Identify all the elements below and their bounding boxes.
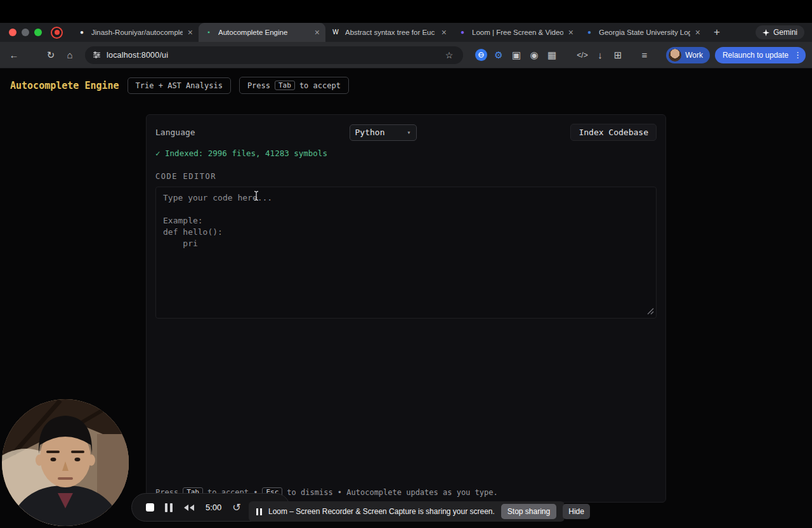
sidebar-list-icon[interactable]: ≡ [636,46,653,64]
browser-toolbar: ← ↻ ⌂ localhost:8000/ui ☆ ⚙ ▣ ◉ ▦ </> ↓ … [0,42,812,69]
tab-close-icon[interactable]: × [568,28,573,37]
placeholder-line: Type your code here... [163,192,649,204]
gsu-favicon-icon: ● [585,28,594,37]
tab-close-icon[interactable]: × [442,28,447,37]
home-icon[interactable]: ⌂ [61,46,79,64]
tab-loom[interactable]: ● Loom | Free Screen & Video × [452,23,579,42]
extension-image-icon[interactable]: ▣ [508,46,525,64]
screen-share-bar: Loom – Screen Recorder & Screen Capture … [249,501,565,522]
hint-post: to dismiss • Autocomplete updates as you… [287,488,497,497]
macos-menubar [0,0,812,23]
extension-grid-icon[interactable]: ▦ [543,46,561,64]
restart-recording-icon[interactable]: ↺ [232,501,240,513]
analysis-badge: Trie + AST Analysis [128,77,231,94]
hide-button[interactable]: Hide [563,504,590,519]
text-cursor-icon [252,190,260,203]
window-close-button[interactable] [9,29,16,36]
page-header: Autocomplete Engine Trie + AST Analysis … [0,69,812,94]
textarea-resize-handle[interactable] [647,307,654,317]
extension-gear-icon[interactable]: ⚙ [490,46,508,64]
gemini-label: Gemini [773,28,797,37]
extensions-puzzle-icon[interactable]: ⊞ [609,46,627,64]
code-editor-label: CODE EDITOR [155,172,657,181]
toolbar-right-cluster: Work Relaunch to update ⋮ [666,47,806,63]
profile-avatar [669,49,681,62]
wikipedia-favicon-icon: W [331,28,340,37]
placeholder-line [163,204,649,215]
extension-globe-icon[interactable] [472,46,490,64]
tab-jinash-rouniyar[interactable]: ● Jinash-Rouniyar/autocomple × [72,23,199,42]
rewind-icon[interactable] [183,504,195,512]
downloads-icon[interactable]: ↓ [591,46,609,64]
back-icon[interactable]: ← [5,46,23,64]
code-editor-textarea[interactable]: Type your code here... Example: def hell… [155,187,657,319]
chevron-down-icon: ▾ [407,129,410,136]
screen: ● Jinash-Rouniyar/autocomple × ▪ Autocom… [0,0,812,528]
analysis-badge-label: Trie + AST Analysis [136,81,223,90]
stop-sharing-button[interactable]: Stop sharing [501,504,556,519]
tab-close-icon[interactable]: × [188,28,193,37]
pause-recording-icon[interactable] [165,503,173,512]
reload-icon[interactable]: ↻ [42,46,60,64]
index-status: ✓ Indexed: 2996 files, 41283 symbols [155,148,657,158]
main-panel: Language Python ▾ Index Codebase ✓ Index… [146,114,666,503]
extension-camera-icon[interactable]: ◉ [525,46,543,64]
app-favicon-icon: ▪ [204,28,213,37]
window-controls [9,29,42,36]
devtools-icon[interactable]: </> [573,46,591,64]
placeholder-line: Example: [163,215,649,227]
loom-recording-badge-icon[interactable] [51,27,63,39]
accept-hint-pre: Press [247,81,270,90]
tabs: ● Jinash-Rouniyar/autocomple × ▪ Autocom… [72,23,706,42]
sparkle-icon [763,29,769,36]
accept-hint-post: to accept [299,81,341,90]
browser-tab-strip: ● Jinash-Rouniyar/autocomple × ▪ Autocom… [0,23,812,42]
relaunch-label: Relaunch to update [723,51,789,60]
tab-autocomplete-engine[interactable]: ▪ Autocomplete Engine × [199,23,325,42]
window-minimize-button[interactable] [22,29,29,36]
language-row: Language Python ▾ Index Codebase [155,124,657,141]
share-pause-icon [256,508,262,515]
window-zoom-button[interactable] [34,29,42,36]
tab-label: Georgia State University Log [599,29,690,36]
loom-favicon-icon: ● [458,28,467,37]
tab-label: Autocomplete Engine [218,29,310,36]
accept-hint-badge: Press Tab to accept [239,77,349,94]
index-codebase-button[interactable]: Index Codebase [570,124,657,141]
tab-key-badge: Tab [275,81,295,90]
tab-close-icon[interactable]: × [695,28,700,37]
profile-button[interactable]: Work [666,47,710,63]
placeholder-line: def hello(): [163,227,649,238]
page-title: Autocomplete Engine [10,80,119,91]
browser-menu-icon[interactable]: ⋮ [794,50,802,60]
recording-timer: 5:00 [206,503,221,512]
tab-wikipedia-ast[interactable]: W Abstract syntax tree for Euc × [325,23,452,42]
tab-close-icon[interactable]: × [315,28,320,37]
tab-label: Loom | Free Screen & Video [472,29,563,36]
webcam-video [2,399,129,526]
tab-label: Jinash-Rouniyar/autocomple [91,29,183,36]
webcam-overlay[interactable] [2,399,129,526]
language-selected-value: Python [355,128,385,137]
gemini-button[interactable]: Gemini [756,25,804,39]
placeholder-line: pri [163,238,649,249]
language-select[interactable]: Python ▾ [350,124,417,141]
tab-label: Abstract syntax tree for Euc [345,29,436,36]
new-tab-button[interactable]: + [714,26,720,39]
site-info-icon[interactable] [93,51,101,59]
github-favicon-icon: ● [77,28,86,37]
profile-label: Work [685,51,703,60]
address-bar[interactable]: localhost:8000/ui ☆ [85,46,463,64]
relaunch-button[interactable]: Relaunch to update ⋮ [715,47,806,63]
language-label: Language [155,128,195,137]
url-text[interactable]: localhost:8000/ui [107,51,443,60]
stop-recording-icon[interactable] [146,503,154,512]
share-message: Loom – Screen Recorder & Screen Capture … [268,507,495,516]
bookmark-star-icon[interactable]: ☆ [443,49,455,62]
tab-georgia-state[interactable]: ● Georgia State University Log × [579,23,706,42]
